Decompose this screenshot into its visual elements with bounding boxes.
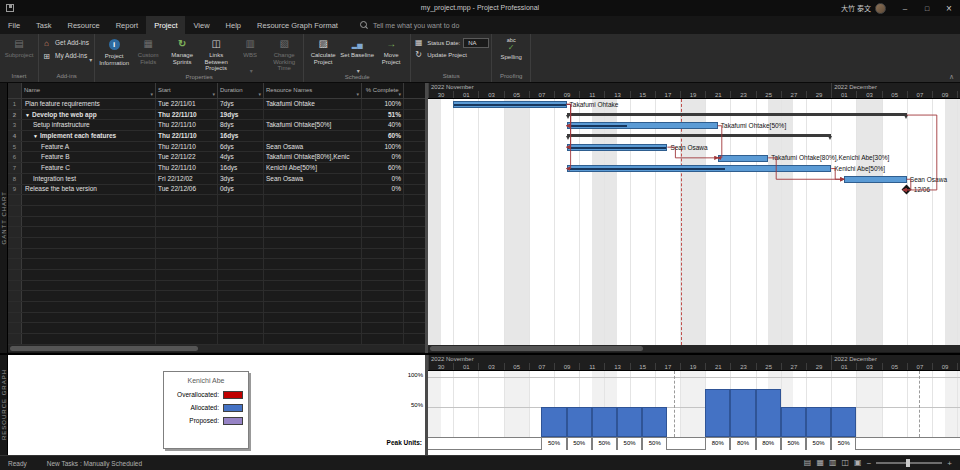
close-button[interactable] xyxy=(938,0,960,16)
task-bar[interactable] xyxy=(567,122,718,129)
task-duration-cell[interactable]: 6dys xyxy=(218,142,264,152)
tab-report[interactable]: Report xyxy=(108,16,147,34)
table-row[interactable]: 4Implement each featuresThu 22/11/1016dy… xyxy=(8,131,425,142)
tab-resource[interactable]: Resource xyxy=(60,16,108,34)
column-header-duration[interactable]: Duration xyxy=(218,83,264,98)
task-resources-cell[interactable]: Sean Osawa xyxy=(264,174,362,184)
gantt-pane-strip[interactable]: GANTT CHART xyxy=(0,83,8,353)
my-add-ins-button[interactable]: My Add-ins xyxy=(41,50,92,63)
task-duration-cell[interactable]: 0dys xyxy=(218,185,264,195)
task-name-cell[interactable]: Feature C xyxy=(22,163,156,173)
task-complete-cell[interactable]: 60% xyxy=(362,131,404,141)
task-name-cell[interactable]: Feature B xyxy=(22,152,156,162)
table-hscrollbar-thumb[interactable] xyxy=(10,346,198,351)
tab-task[interactable]: Task xyxy=(28,16,59,34)
table-row[interactable]: 8Integration testFri 22/12/023dysSean Os… xyxy=(8,174,425,185)
column-header-name[interactable]: Name xyxy=(22,83,156,98)
gantt-view-icon[interactable] xyxy=(804,458,812,468)
save-icon[interactable] xyxy=(6,4,14,12)
task-duration-cell[interactable]: 16dys xyxy=(218,131,264,141)
task-start-cell[interactable]: Thu 22/11/10 xyxy=(156,110,218,120)
milestone-diamond[interactable] xyxy=(902,185,912,195)
task-start-cell[interactable]: Thu 22/11/10 xyxy=(156,120,218,130)
task-complete-cell[interactable]: 40% xyxy=(362,120,404,130)
resource-bar[interactable] xyxy=(806,407,831,437)
task-name-cell[interactable]: Release the beta version xyxy=(22,185,156,195)
task-complete-cell[interactable]: 0% xyxy=(362,185,404,195)
task-complete-cell[interactable]: 0% xyxy=(362,174,404,184)
update-project-button[interactable]: Update Project xyxy=(413,49,467,61)
resource-bar[interactable] xyxy=(730,389,755,437)
resource-bar[interactable] xyxy=(831,407,856,437)
task-name-cell[interactable]: Feature A xyxy=(22,142,156,152)
zoom-out-button[interactable] xyxy=(867,459,872,468)
task-complete-cell[interactable]: 0% xyxy=(362,152,404,162)
row-number[interactable]: 7 xyxy=(8,163,22,173)
expand-triangle-icon[interactable] xyxy=(33,131,38,141)
task-start-cell[interactable]: Tue 22/12/06 xyxy=(156,185,218,195)
row-number[interactable]: 6 xyxy=(8,152,22,162)
resource-bar[interactable] xyxy=(592,407,617,437)
table-hscrollbar[interactable] xyxy=(8,345,425,352)
task-resources-cell[interactable] xyxy=(264,185,362,195)
task-name-cell[interactable]: Implement each features xyxy=(22,131,156,141)
task-resources-cell[interactable]: Takafumi Ohtake xyxy=(264,99,362,109)
task-resources-cell[interactable]: Sean Osawa xyxy=(264,142,362,152)
task-bar[interactable] xyxy=(718,155,768,162)
task-name-cell[interactable]: Setup infrastructure xyxy=(22,120,156,130)
task-bar[interactable] xyxy=(567,144,668,151)
row-number[interactable]: 3 xyxy=(8,120,22,130)
team-planner-view-icon[interactable] xyxy=(829,458,837,468)
table-row[interactable]: 3Setup infrastructureThu 22/11/108dysTak… xyxy=(8,120,425,131)
column-header-complete[interactable]: % Complete xyxy=(362,83,404,98)
row-number[interactable]: 5 xyxy=(8,142,22,152)
column-header-start[interactable]: Start xyxy=(156,83,218,98)
resource-bar[interactable] xyxy=(642,407,667,437)
resource-bar[interactable] xyxy=(781,407,806,437)
tab-help[interactable]: Help xyxy=(218,16,249,34)
status-new-tasks[interactable]: New Tasks : Manually Scheduled xyxy=(47,460,142,467)
task-start-cell[interactable]: Thu 22/11/10 xyxy=(156,142,218,152)
resource-bar[interactable] xyxy=(567,407,592,437)
report-view-icon[interactable] xyxy=(854,458,862,468)
minimize-button[interactable] xyxy=(894,0,916,16)
tab-resource-graph-format[interactable]: Resource Graph Format xyxy=(249,16,346,34)
task-start-cell[interactable]: Fri 22/12/02 xyxy=(156,174,218,184)
resource-bar[interactable] xyxy=(617,407,642,437)
tab-project[interactable]: Project xyxy=(146,16,185,34)
task-start-cell[interactable]: Tue 22/11/01 xyxy=(156,99,218,109)
resource-sheet-view-icon[interactable] xyxy=(842,458,850,468)
resource-bar[interactable] xyxy=(541,407,566,437)
get-add-ins-button[interactable]: Get Add-ins xyxy=(41,37,89,50)
table-row[interactable]: 5Feature AThu 22/11/106dysSean Osawa100% xyxy=(8,142,425,153)
maximize-button[interactable] xyxy=(916,0,938,16)
resource-pane-strip[interactable]: RESOURCE GRAPH xyxy=(0,355,8,455)
task-name-cell[interactable]: Integration test xyxy=(22,174,156,184)
task-complete-cell[interactable]: 60% xyxy=(362,163,404,173)
row-number[interactable]: 9 xyxy=(8,185,22,195)
zoom-slider-thumb[interactable] xyxy=(906,459,910,467)
project-information-button[interactable]: Project Information xyxy=(97,35,131,66)
task-complete-cell[interactable]: 100% xyxy=(362,142,404,152)
table-row[interactable]: 2Develop the web appThu 22/11/1019dys51% xyxy=(8,110,425,121)
row-number[interactable]: 4 xyxy=(8,131,22,141)
resource-bar[interactable] xyxy=(705,389,730,437)
task-duration-cell[interactable]: 8dys xyxy=(218,120,264,130)
set-baseline-button[interactable]: Set Baseline xyxy=(340,35,374,77)
summary-bar[interactable] xyxy=(567,134,832,137)
task-start-cell[interactable]: Tue 22/11/22 xyxy=(156,152,218,162)
tab-file[interactable]: File xyxy=(0,16,28,34)
table-row[interactable]: 6Feature BTue 22/11/224dysTakafumi Ohtak… xyxy=(8,152,425,163)
move-project-button[interactable]: Move Project xyxy=(374,35,408,65)
row-number[interactable]: 8 xyxy=(8,174,22,184)
row-number[interactable]: 2 xyxy=(8,110,22,120)
task-bar[interactable] xyxy=(453,101,566,108)
task-duration-cell[interactable]: 19dys xyxy=(218,110,264,120)
table-row[interactable]: 9Release the beta versionTue 22/12/060dy… xyxy=(8,185,425,196)
task-resources-cell[interactable]: Takafumi Ohtake[80%],Kenic xyxy=(264,152,362,162)
task-duration-cell[interactable]: 7dys xyxy=(218,99,264,109)
task-duration-cell[interactable]: 4dys xyxy=(218,152,264,162)
manage-sprints-button[interactable]: Manage Sprints xyxy=(165,35,199,65)
task-duration-cell[interactable]: 3dys xyxy=(218,174,264,184)
column-header-resource-names[interactable]: Resource Names xyxy=(264,83,362,98)
